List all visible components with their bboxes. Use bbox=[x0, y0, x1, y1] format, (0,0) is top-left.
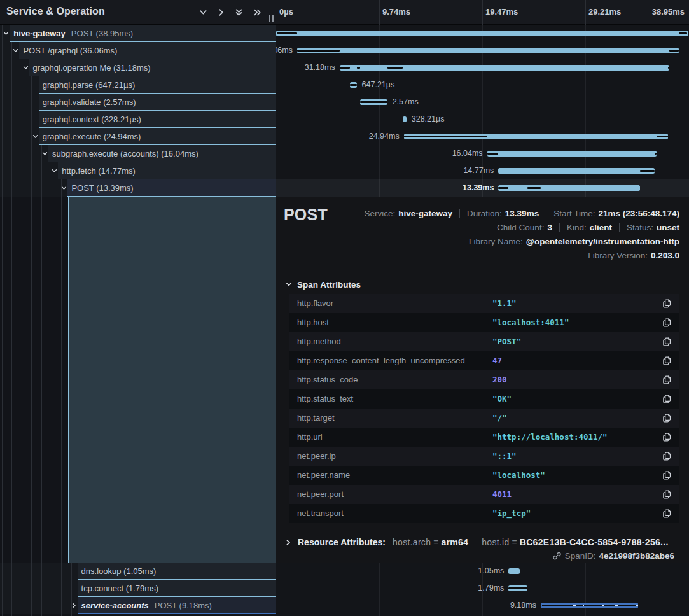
chevron-down-icon[interactable] bbox=[52, 168, 57, 174]
span-tree-row[interactable]: graphql.validate (2.57ms) bbox=[0, 94, 276, 111]
copy-icon[interactable] bbox=[662, 375, 672, 385]
indent-guide-line bbox=[2, 597, 3, 614]
chevron-down-icon[interactable] bbox=[32, 134, 38, 139]
indent-guide-line bbox=[22, 580, 22, 597]
copy-icon[interactable] bbox=[662, 413, 672, 423]
span-bar[interactable] bbox=[487, 151, 657, 157]
overview-field-value: 3 bbox=[547, 223, 552, 232]
indent-guide-line bbox=[31, 76, 32, 94]
span-duration-label: 13.39ms bbox=[463, 179, 494, 197]
overview-field-label: Library Name: bbox=[469, 237, 523, 246]
overview-field-label: Service: bbox=[364, 209, 395, 218]
attribute-value: "ip_tcp" bbox=[492, 504, 531, 523]
copy-icon[interactable] bbox=[662, 318, 672, 328]
span-bar[interactable] bbox=[403, 116, 406, 122]
span-name: POST (13.39ms) bbox=[71, 179, 133, 196]
resource-value: BC62E13B-C4CC-5854-9788-256... bbox=[520, 537, 669, 547]
timeline-row[interactable]: 38.95ms bbox=[276, 25, 689, 42]
span-bar[interactable] bbox=[498, 185, 640, 191]
chevron-down-icon[interactable] bbox=[3, 31, 9, 36]
span-bar[interactable] bbox=[276, 31, 688, 36]
attribute-key: net.peer.port bbox=[297, 485, 344, 504]
critical-path-segment bbox=[357, 67, 360, 69]
span-name: http.fetch (14.77ms) bbox=[62, 162, 136, 179]
timeline-row[interactable]: 31.18ms bbox=[276, 59, 689, 76]
copy-icon[interactable] bbox=[662, 489, 672, 500]
indent-guide-line bbox=[11, 597, 12, 614]
span-tree-row[interactable]: dns.lookup (1.05ms) bbox=[0, 563, 276, 580]
attribute-value: 200 bbox=[492, 370, 507, 389]
copy-icon[interactable] bbox=[662, 356, 672, 366]
copy-icon[interactable] bbox=[662, 451, 672, 461]
chevron-down-icon[interactable] bbox=[61, 185, 67, 191]
span-tree-row[interactable]: tcp.connect (1.79ms) bbox=[0, 580, 276, 597]
panel-resize-grip[interactable] bbox=[269, 15, 274, 22]
indent-guides bbox=[0, 76, 39, 94]
timeline-row[interactable]: 1.05ms bbox=[276, 563, 689, 580]
span-tree-row[interactable]: POST (13.39ms) bbox=[0, 179, 276, 197]
collapsed-child-marker bbox=[615, 605, 619, 606]
chevron-down-icon[interactable] bbox=[23, 65, 29, 71]
timeline-row[interactable]: 9.18ms bbox=[276, 597, 689, 614]
span-tree-row[interactable]: POST /graphql (36.06ms) bbox=[0, 42, 276, 59]
expand-all-icon[interactable] bbox=[253, 8, 261, 17]
resource-attributes-row[interactable]: Resource Attributes: host.arch=arm64host… bbox=[285, 535, 669, 549]
copy-icon[interactable] bbox=[662, 432, 672, 442]
indent-guides bbox=[0, 162, 58, 179]
copy-icon[interactable] bbox=[662, 298, 672, 309]
timeline-row[interactable]: 16.04ms bbox=[276, 145, 689, 162]
attribute-key: http.url bbox=[297, 428, 323, 447]
span-tree-row[interactable]: graphql.context (328.21µs) bbox=[0, 111, 276, 128]
overview-field-value: unset bbox=[657, 223, 679, 232]
tree-indent-guides-area bbox=[0, 197, 78, 616]
critical-path-segment bbox=[350, 84, 357, 86]
span-row-underline bbox=[78, 613, 276, 614]
chevron-down-icon[interactable] bbox=[13, 48, 18, 53]
operation-name-label: graphql.context (328.21µs) bbox=[43, 115, 141, 124]
span-attributes-header[interactable]: Span Attributes bbox=[286, 279, 361, 290]
timeline-row[interactable]: 1.79ms bbox=[276, 580, 689, 597]
timeline-row[interactable]: 13.39ms bbox=[276, 179, 689, 197]
indent-guide-line bbox=[22, 597, 22, 614]
timeline-row[interactable]: 36.06ms bbox=[276, 42, 689, 59]
overview-field-label: Duration: bbox=[467, 209, 502, 218]
span-tree-row[interactable]: service-accountsPOST (9.18ms) bbox=[0, 597, 276, 614]
operation-name-label: dns.lookup (1.05ms) bbox=[81, 566, 157, 576]
span-duration-label: 2.57ms bbox=[393, 94, 419, 111]
link-icon bbox=[552, 551, 562, 561]
overview-field-value: 21ms (23:56:48.174) bbox=[598, 209, 679, 218]
span-attributes-table: http.flavor"1.1"http.host"localhost:4011… bbox=[289, 294, 679, 523]
timeline-row[interactable]: 24.94ms bbox=[276, 128, 689, 145]
span-bar[interactable] bbox=[297, 48, 679, 53]
copy-icon[interactable] bbox=[662, 508, 672, 519]
span-tree-row[interactable]: graphql.operation Me (31.18ms) bbox=[0, 59, 276, 76]
timeline-row[interactable]: 2.57ms bbox=[276, 94, 689, 111]
span-tree-row[interactable]: subgraph.execute (accounts) (16.04ms) bbox=[0, 145, 276, 162]
collapse-all-icon[interactable] bbox=[235, 8, 243, 17]
collapse-one-icon[interactable] bbox=[199, 8, 207, 17]
timeline-row[interactable]: 647.21µs bbox=[276, 76, 689, 94]
copy-icon[interactable] bbox=[662, 470, 672, 480]
indent-guide-line bbox=[22, 111, 22, 128]
span-tree-row[interactable]: hive-gatewayPOST (38.95ms) bbox=[0, 25, 276, 42]
span-tree-row[interactable]: graphql.parse (647.21µs) bbox=[0, 76, 276, 94]
chevron-right-icon[interactable] bbox=[71, 603, 77, 608]
expand-one-icon[interactable] bbox=[217, 8, 225, 17]
attribute-value: "1.1" bbox=[492, 294, 517, 313]
critical-path-segment bbox=[297, 50, 340, 52]
timeline-row[interactable]: 328.21µs bbox=[276, 111, 689, 128]
span-tree-row[interactable]: http.fetch (14.77ms) bbox=[0, 162, 276, 179]
indent-guide-line bbox=[52, 563, 52, 580]
attribute-row: http.method"POST" bbox=[289, 332, 679, 351]
attribute-row: http.status_text"OK" bbox=[289, 389, 679, 409]
timeline-row[interactable]: 14.77ms bbox=[276, 162, 689, 179]
copy-icon[interactable] bbox=[662, 394, 672, 404]
copy-icon[interactable] bbox=[662, 337, 672, 347]
span-bar[interactable] bbox=[508, 568, 519, 574]
attribute-key: http.status_code bbox=[297, 370, 358, 389]
span-tree-row[interactable]: graphql.execute (24.94ms) bbox=[0, 128, 276, 145]
span-bar[interactable] bbox=[498, 168, 655, 174]
overview-field-value: hive-gateway bbox=[398, 209, 452, 218]
chevron-down-icon[interactable] bbox=[42, 151, 48, 157]
indent-guide-line bbox=[2, 162, 3, 179]
